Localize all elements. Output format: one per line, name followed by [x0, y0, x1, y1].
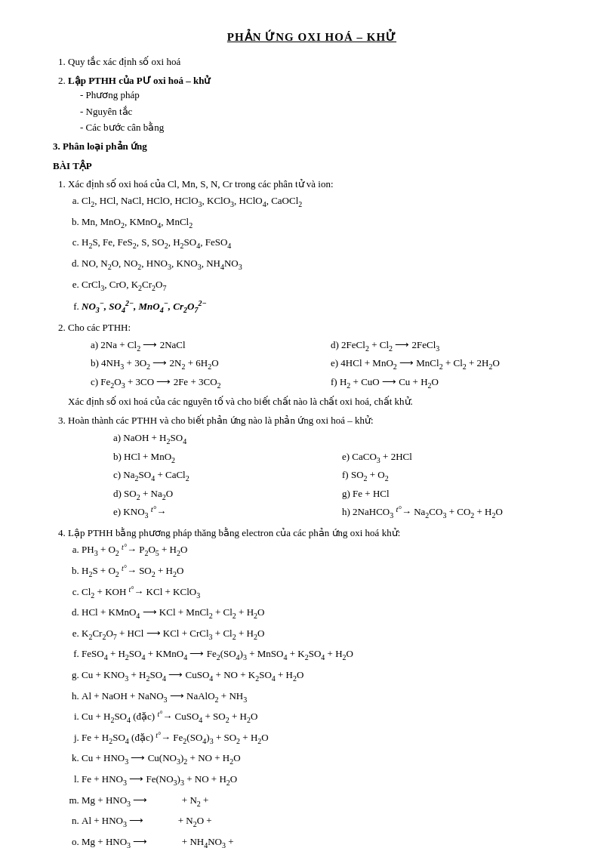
problems-section: Xác định số oxi hoá của Cl, Mn, S, N, Cr… [53, 177, 571, 848]
toc-sub-2: Nguyên tắc [80, 104, 571, 119]
p1e: CrCl3, CrO, K2Cr2O7 [82, 277, 571, 294]
p3h: h) 2NaHCO3 t°→ Na2CO3 + CO2 + H2O [342, 504, 571, 522]
p1f: NO3−, SO42−, MnO4−, Cr2O72− [82, 298, 571, 316]
p4d: HCl + KMnO4 ⟶ KCl + MnCl2 + Cl2 + H2O [82, 605, 571, 621]
problem-2: Cho các PTHH: a) 2Na + Cl2 ⟶ 2NaCl d) 2F… [68, 320, 571, 409]
problem-3: Hoàn thành các PTHH và cho biết phản ứng… [68, 413, 571, 521]
p3e-top: e) CaCO3 + 2HCl [342, 449, 571, 467]
p3c: c) Na2SO4 + CaCl2 [113, 467, 342, 485]
p4k: Cu + HNO3 ⟶ Cu(NO3)2 + NO + H2O [82, 751, 571, 767]
p4o: Mg + HNO3 ⟶ + NH4NO3 + [82, 834, 571, 848]
toc-sub-1: Phương pháp [80, 88, 571, 103]
p4l: Fe + HNO3 ⟶ Fe(NO3)3 + NO + H2O [82, 772, 571, 788]
p2-note: Xác định số oxi hoá của các nguyên tố và… [68, 394, 571, 409]
p3f: f) SO2 + O2 [342, 467, 571, 485]
p2b: b) 4NH3 + 3O2 ⟶ 2N2 + 6H2O [91, 356, 331, 373]
p1a: Cl2, HCl, NaCl, HClO, HClO3, KClO3, HClO… [82, 193, 571, 210]
p2a: a) 2Na + Cl2 ⟶ 2NaCl [91, 338, 331, 355]
p1b: Mn, MnO2, KMnO4, MnCl2 [82, 214, 571, 231]
p1d: NO, N2O, NO2, HNO3, KNO3, NH4NO3 [82, 256, 571, 273]
page-title: PHẢN ỨNG OXI HOÁ – KHỬ [53, 30, 571, 44]
p2c: c) Fe2O3 + 3CO ⟶ 2Fe + 3CO2 [91, 375, 331, 392]
p3-title: Hoàn thành các PTHH và cho biết phản ứng… [68, 415, 374, 426]
p3e-kno3: e) KNO3 t°→ [113, 504, 342, 522]
p4c: Cl2 + KOH t°→ KCl + KClO3 [82, 584, 571, 601]
p2d: d) 2FeCl2 + Cl2 ⟶ 2FeCl3 [331, 338, 571, 355]
p3b: b) HCl + MnO2 [113, 449, 342, 467]
p2f: f) H2 + CuO ⟶ Cu + H2O [331, 375, 571, 392]
problem-4: Lập PTHH bằng phương pháp thăng bằng ele… [68, 526, 571, 848]
p3d: d) SO2 + Na2O [113, 486, 342, 504]
p2e: e) 4HCl + MnO2 ⟶ MnCl2 + Cl2 + 2H2O [331, 356, 571, 373]
p4f: FeSO4 + H2SO4 + KMnO4 ⟶ Fe2(SO4)3 + MnSO… [82, 646, 571, 663]
p2-title: Cho các PTHH: [68, 322, 131, 333]
toc-item-2: Lập PTHH của PƯ oxi hoá – khử Phương phá… [68, 73, 571, 135]
table-of-contents: Quy tắc xác định số oxi hoá Lập PTHH của… [53, 54, 571, 154]
p4e: K2Cr2O7 + HCl ⟶ KCl + CrCl3 + Cl2 + H2O [82, 626, 571, 643]
toc-sub-3: Các bước cân bằng [80, 120, 571, 135]
p1-title: Xác định số oxi hoá của Cl, Mn, S, N, Cr… [68, 178, 334, 190]
p4h: Al + NaOH + NaNO3 ⟶ NaAlO2 + NH3 [82, 689, 571, 705]
p4b: H2S + O2 t°→ SO2 + H2O [82, 563, 571, 580]
problem-1: Xác định số oxi hoá của Cl, Mn, S, N, Cr… [68, 177, 571, 316]
p3g: g) Fe + HCl [342, 486, 571, 504]
p4j: Fe + H2SO4 (đặc) t°→ Fe2(SO4)3 + SO2 + H… [82, 730, 571, 747]
toc-item-1: Quy tắc xác định số oxi hoá [68, 54, 571, 69]
p4g: Cu + KNO3 + H2SO4 ⟶ CuSO4 + NO + K2SO4 +… [82, 668, 571, 684]
bai-tap-header: BÀI TẬP [53, 160, 571, 172]
p4n: Al + HNO3 ⟶ + N2O + [82, 813, 571, 830]
p4m: Mg + HNO3 ⟶ + N2 + [82, 793, 571, 809]
p3a: a) NaOH + H2SO4 [113, 430, 342, 448]
p4-title: Lập PTHH bằng phương pháp thăng bằng ele… [68, 527, 400, 538]
p4i: Cu + H2SO4 (đặc) t°→ CuSO4 + SO2 + H2O [82, 709, 571, 726]
p4a: PH3 + O2 t°→ P2O5 + H2O [82, 542, 571, 559]
p1c: H2S, Fe, FeS2, S, SO2, H2SO4, FeSO4 [82, 235, 571, 251]
